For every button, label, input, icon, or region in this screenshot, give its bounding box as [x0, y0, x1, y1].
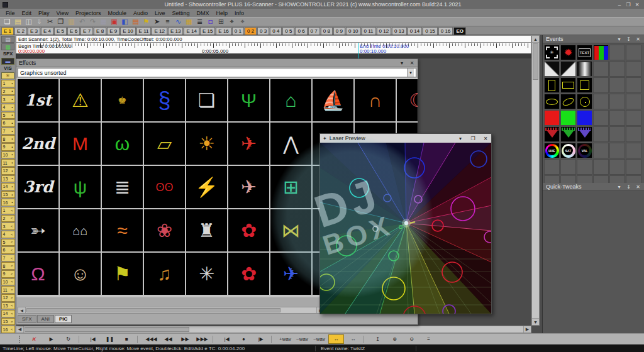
menu-module[interactable]: Module	[108, 10, 126, 16]
menu-help[interactable]: Help	[216, 10, 228, 16]
thumb-moth[interactable]: ❀	[144, 209, 185, 251]
vertical-scroll-thumb[interactable]	[533, 43, 538, 80]
grid-tool-icon[interactable]: ▦	[1, 43, 14, 50]
cue-button-12[interactable]: 12<	[1, 294, 15, 302]
quick-tweaks-close-icon[interactable]: ✕	[635, 184, 641, 190]
minimize-button[interactable]: –	[615, 2, 624, 8]
scanner-tab-E9[interactable]: E 9	[107, 27, 119, 35]
cursor-icon[interactable]: ➤	[153, 18, 161, 25]
play-cursor-button[interactable]: ▶	[43, 334, 59, 344]
forward-button[interactable]: ▶▶	[177, 334, 193, 344]
text-tool-icon[interactable]: ≡	[164, 18, 172, 25]
track-button-10[interactable]: 10▪	[1, 151, 15, 159]
chevron-down-icon[interactable]: ▾	[407, 69, 414, 77]
cue-button-10[interactable]: 10<	[1, 278, 15, 286]
event-hue-icon[interactable]: HUE	[544, 143, 560, 158]
wave-fit-button[interactable]: ~wav	[311, 334, 327, 344]
event-green-icon[interactable]	[560, 110, 576, 126]
effects-scroll-left-icon[interactable]: ◀	[18, 307, 26, 313]
scanner-tab-010[interactable]: 0 10	[346, 27, 361, 35]
grid-icon[interactable]: ▦	[99, 18, 108, 25]
vis-bank-button[interactable]: ✳	[1, 72, 14, 79]
rewind-fast-button[interactable]: ◀◀◀	[143, 334, 159, 344]
effects-scrollbar[interactable]: ◀ ▶	[18, 307, 325, 314]
zoom-fit-button[interactable]: ≡	[421, 334, 436, 344]
paste-icon[interactable]: ▥	[67, 18, 75, 25]
import-icon[interactable]: ⇓	[35, 18, 43, 25]
preview-collapse-icon[interactable]: ▾	[457, 136, 464, 141]
effects-scroll-thumb[interactable]	[26, 308, 280, 312]
menu-view[interactable]: View	[57, 10, 69, 16]
event-text-icon[interactable]: TEXT	[577, 45, 592, 60]
event-sat-icon[interactable]: SAT	[560, 143, 576, 158]
menu-setting[interactable]: Setting	[172, 10, 190, 16]
scanner-tab-E4[interactable]: E 4	[41, 27, 53, 35]
track-button-16[interactable]: 16▪	[1, 199, 15, 206]
track-button-1[interactable]: 1▪	[1, 80, 15, 87]
thumb-golden-gate[interactable]: M	[60, 123, 101, 165]
media-icon[interactable]: ◧	[121, 18, 129, 25]
menu-info[interactable]: Info	[235, 10, 244, 16]
scanner-tab-E16[interactable]: E 16	[216, 27, 231, 35]
track-button-14[interactable]: 14▪	[1, 183, 15, 190]
thumb-laser-warning[interactable]: ⚠	[60, 79, 101, 121]
prev-event-button[interactable]: |◀	[219, 334, 235, 344]
thumb-rose[interactable]: ✿	[228, 209, 269, 251]
scanner-tab-06[interactable]: 0 6	[295, 27, 307, 35]
open-icon[interactable]: ▤	[14, 18, 22, 25]
scanner-tab-E8[interactable]: E 8	[94, 27, 106, 35]
menu-audio[interactable]: Audio	[133, 10, 148, 16]
thumb-rose2[interactable]: ✿	[228, 253, 269, 295]
scanner-tab-E6[interactable]: E 6	[67, 27, 80, 35]
thumb-flag[interactable]: ⚑	[102, 253, 143, 295]
scroll-up-icon[interactable]: ▲	[532, 36, 539, 43]
scanner-tab-03[interactable]: 0 3	[257, 27, 269, 35]
track-button-13[interactable]: 13▪	[1, 175, 15, 183]
wave-zoom-out-button[interactable]: −wav	[294, 334, 310, 344]
thumb-balloon[interactable]: Ω	[18, 253, 58, 295]
track-button-15[interactable]: 15▪	[1, 191, 15, 199]
thumb-spiderweb[interactable]: ✳	[186, 253, 227, 295]
redo-icon[interactable]: ↷	[89, 18, 97, 25]
events-pin-icon[interactable]: ↧	[626, 36, 631, 42]
monitor-icon[interactable]: ◘	[206, 18, 214, 25]
close-button[interactable]: ✕	[633, 2, 641, 8]
cue-button-13[interactable]: 13<	[1, 302, 15, 310]
scanner-tab-E7[interactable]: E 7	[80, 27, 93, 35]
event-wipe-right-icon[interactable]	[560, 61, 576, 77]
events-collapse-icon[interactable]: ▾	[616, 36, 622, 42]
timeline-ruler[interactable]: Begin Time 0:00:00.000 0:00:00.000 0:00:…	[16, 43, 531, 53]
loop-button[interactable]: ↻	[60, 334, 76, 344]
track-button-7[interactable]: 7▪	[1, 128, 15, 135]
marker-icon[interactable]: ⚑	[142, 18, 150, 25]
levels-icon[interactable]: ≣	[196, 18, 204, 25]
scanner-tab-E13[interactable]: E 13	[168, 27, 183, 35]
vertical-scrollbar[interactable]: ▲ ▼	[531, 35, 540, 326]
event-square-icon[interactable]	[577, 77, 592, 93]
h-zoom-button[interactable]: ↔	[328, 334, 344, 344]
thumb-airplane[interactable]: ✈	[228, 166, 269, 208]
event-circle-dot-icon[interactable]	[577, 94, 592, 109]
new-icon[interactable]: ❏	[3, 18, 11, 25]
scanner-tab-E2[interactable]: E 2	[14, 27, 27, 35]
scanner-tab-02[interactable]: 0 2	[245, 27, 257, 35]
thumb-canyon[interactable]: ∩	[355, 79, 396, 121]
thumb-gift[interactable]: ⊞	[270, 166, 311, 208]
thumb-biplane[interactable]: ✈	[228, 123, 269, 165]
track-button-5[interactable]: 5▪	[1, 112, 15, 119]
search2-icon[interactable]: ⌖	[238, 18, 247, 25]
thumb-2nd[interactable]: 2nd	[18, 123, 58, 165]
scanner-tab-07[interactable]: 0 7	[308, 27, 320, 35]
sfx-bank-button[interactable]: ▬	[1, 58, 14, 65]
scanner-tab-E14[interactable]: E 14	[184, 27, 199, 35]
scanner-tab-E5[interactable]: E 5	[54, 27, 67, 35]
track-button-3[interactable]: 3▪	[1, 96, 15, 103]
menu-file[interactable]: File	[6, 10, 15, 16]
laser-preview-title-bar[interactable]: ✦ Laser Preview ▾ ❐ ✕	[320, 134, 491, 143]
menu-play[interactable]: Play	[38, 10, 50, 16]
effects-tab-pic[interactable]: PIC	[55, 315, 72, 323]
scanner-tab-012[interactable]: 0 12	[377, 27, 392, 35]
effects-close-icon[interactable]: ✕	[409, 60, 415, 66]
copy-icon[interactable]: ❐	[57, 18, 65, 25]
scanner-tab-05[interactable]: 0 5	[282, 27, 294, 35]
